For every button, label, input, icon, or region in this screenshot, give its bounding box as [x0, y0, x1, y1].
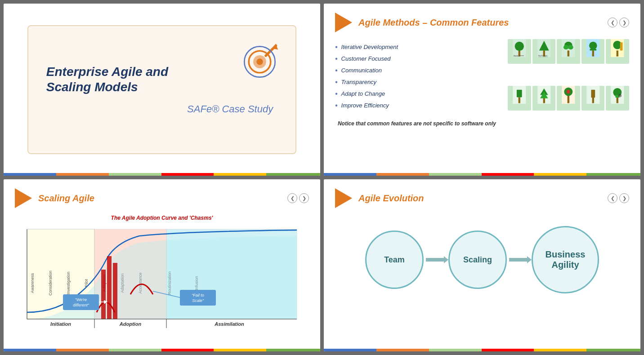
business-agility-label: Business Agility [533, 243, 598, 277]
svg-text:"We're: "We're [75, 297, 87, 302]
bullet-item-4: Adapt to Change [335, 90, 499, 98]
bullet-item-0: Iterative Development [335, 44, 499, 51]
svg-rect-24 [590, 49, 596, 51]
svg-text:Assimilation: Assimilation [214, 321, 244, 327]
chart-title: The Agile Adoption Curve and 'Chasms' [15, 215, 309, 221]
slide-1-content-box: Enterprise Agile and Scaling Models SAFe… [27, 25, 296, 154]
tree-cell-8 [557, 86, 580, 111]
scaling-label: Scaling [463, 255, 492, 265]
tree-cell-9 [581, 86, 605, 111]
svg-text:explained it: explained it [514, 56, 519, 57]
svg-marker-79 [509, 256, 532, 263]
slide-2: Agile Methods – Common Features ❮ ❯ Iter… [324, 4, 640, 176]
slide-1-subtitle: SAFe® Case Study [187, 103, 273, 115]
tree-cell-1: How the customer explained it [508, 39, 531, 64]
svg-point-5 [256, 58, 263, 65]
slide-1: Enterprise Agile and Scaling Models SAFe… [4, 4, 320, 176]
prev-btn-3[interactable]: ❮ [287, 193, 297, 203]
team-circle: Team [365, 231, 424, 289]
svg-rect-67 [180, 290, 216, 306]
target-icon [242, 40, 282, 80]
svg-rect-30 [519, 97, 520, 103]
slide-2-title: Agile Methods – Common Features [358, 18, 509, 28]
svg-rect-17 [568, 50, 569, 56]
slide-3: Scaling Agile ❮ ❯ The Agile Adoption Cur… [4, 179, 320, 351]
slide-4-title: Agile Evolution [358, 193, 424, 204]
bullet-list: Iterative DevelopmentCustomer FocusedCom… [335, 39, 499, 131]
svg-rect-28 [620, 42, 623, 50]
business-agility-circle: Business Agility [532, 226, 599, 293]
bullet-item-5: Improve Efficiency [335, 102, 499, 109]
triangle-icon [335, 13, 352, 32]
team-label: Team [384, 255, 405, 265]
svg-point-20 [568, 45, 573, 49]
arrow-2 [507, 251, 532, 269]
bullet-item-2: Communication [335, 67, 499, 74]
svg-text:Initiation: Initiation [50, 321, 71, 327]
slide-2-content: Iterative DevelopmentCustomer FocusedCom… [335, 39, 629, 131]
svg-rect-22 [592, 50, 594, 56]
tree-cell-7 [532, 86, 556, 111]
adoption-chart: Awareness Consideration Investigation Pi… [15, 225, 309, 346]
svg-rect-44 [617, 97, 618, 103]
svg-rect-60 [101, 270, 106, 319]
slide-2-nav[interactable]: ❮ ❯ [608, 18, 629, 27]
scaling-circle: Scaling [448, 231, 507, 289]
svg-point-23 [589, 42, 597, 49]
bullet-item-3: Transparency [335, 79, 499, 86]
slide-4: Agile Evolution ❮ ❯ Team Scaling Busines… [324, 179, 640, 351]
svg-rect-63 [63, 294, 99, 310]
prev-btn-4[interactable]: ❮ [608, 193, 617, 203]
svg-rect-37 [568, 96, 569, 103]
slide-3-header: Scaling Agile ❮ ❯ [15, 188, 309, 208]
tree-grid: How the customer explained it How the Pr… [508, 39, 629, 131]
svg-rect-61 [107, 256, 112, 319]
arrow-1 [424, 251, 448, 269]
next-btn-4[interactable]: ❯ [619, 193, 629, 203]
svg-text:different": different" [73, 303, 89, 307]
tree-cell-6 [508, 86, 531, 111]
svg-rect-42 [591, 90, 595, 98]
slide-4-nav[interactable]: ❮ ❯ [608, 193, 629, 203]
svg-text:"Fail to: "Fail to [192, 293, 204, 297]
tree-cell-3 [557, 39, 580, 64]
svg-text:Investigation: Investigation [66, 272, 71, 295]
slide-3-title: Scaling Agile [38, 193, 94, 204]
bullet-item-1: Customer Focused [335, 55, 499, 62]
tree-cell-10 [606, 86, 629, 111]
svg-text:Consideration: Consideration [48, 271, 53, 296]
svg-point-39 [567, 90, 571, 94]
svg-rect-31 [517, 90, 522, 98]
triangle-icon-4 [335, 188, 352, 208]
features-list: Iterative DevelopmentCustomer FocusedCom… [335, 44, 499, 109]
tree-cell-4 [581, 39, 605, 64]
slide-2-header: Agile Methods – Common Features ❮ ❯ [335, 13, 629, 32]
notice-text: Notice that common features are not spec… [335, 116, 499, 131]
slide-3-nav[interactable]: ❮ ❯ [287, 193, 309, 203]
tree-cell-5 [606, 39, 629, 64]
svg-rect-26 [617, 50, 618, 56]
svg-point-8 [515, 42, 524, 51]
next-btn-3[interactable]: ❯ [299, 193, 309, 203]
svg-text:Leader understood: Leader understood [538, 56, 548, 57]
slide-1-title: Enterprise Agile and Scaling Models [46, 64, 168, 94]
svg-text:Adoption: Adoption [119, 321, 142, 327]
slide-4-header: Agile Evolution ❮ ❯ [335, 188, 629, 208]
evolution-diagram: Team Scaling Business Agility [335, 226, 629, 293]
prev-btn[interactable]: ❮ [608, 18, 617, 27]
triangle-icon-3 [15, 188, 32, 208]
svg-point-47 [618, 94, 622, 97]
svg-text:Scale": Scale" [192, 298, 204, 303]
svg-text:Awareness: Awareness [30, 273, 35, 293]
svg-rect-62 [113, 263, 117, 319]
tree-cell-2: How the Project Leader understood [532, 39, 556, 64]
svg-rect-41 [592, 97, 594, 103]
svg-marker-78 [426, 256, 448, 263]
next-btn[interactable]: ❯ [619, 18, 629, 27]
svg-point-19 [564, 45, 569, 49]
